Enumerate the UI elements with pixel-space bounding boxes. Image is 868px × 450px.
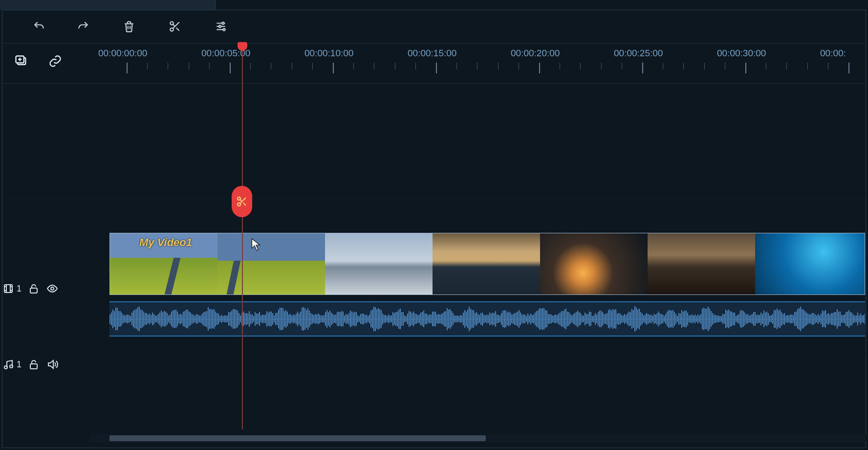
ruler-tick-minor <box>477 63 477 69</box>
clip-thumbnail <box>648 233 755 294</box>
delete-button[interactable] <box>121 20 137 35</box>
trash-icon <box>123 20 135 35</box>
audio-track-index: 1 <box>17 360 22 370</box>
ruler-tick-major <box>127 63 128 73</box>
ruler-tick-minor <box>786 63 787 69</box>
ruler-time-label: 00:00:10:00 <box>304 48 353 59</box>
ruler-tick-major <box>642 63 643 73</box>
ruler-tick-minor <box>580 63 581 69</box>
ruler-left-tools <box>2 43 90 83</box>
ruler-time-label: 00:00:00:00 <box>98 48 147 59</box>
ruler-tick-minor <box>189 63 189 69</box>
ruler-tick-minor <box>147 63 148 69</box>
ruler-tick-minor <box>312 63 313 69</box>
ruler-tick-major <box>230 63 231 73</box>
ruler-tick-minor <box>663 63 663 69</box>
ruler-tick-minor <box>807 63 808 69</box>
undo-button[interactable] <box>31 20 47 35</box>
lock-toggle[interactable] <box>27 358 40 371</box>
music-icon <box>2 358 15 371</box>
add-marker-icon <box>14 54 28 70</box>
ruler-time-label: 00:00:20:00 <box>511 48 560 59</box>
ruler-tick-minor <box>292 63 292 69</box>
lock-toggle[interactable] <box>27 282 40 295</box>
ruler-tick-minor <box>766 63 766 69</box>
undo-icon <box>33 20 45 35</box>
track-separator <box>4 193 867 193</box>
svg-point-2 <box>222 22 224 24</box>
svg-point-9 <box>51 287 54 290</box>
sliders-icon <box>215 20 227 35</box>
film-icon <box>2 282 15 295</box>
ruler-tick-major <box>333 63 334 73</box>
ruler-tick-major <box>436 63 437 73</box>
split-button[interactable] <box>167 20 183 35</box>
mute-toggle[interactable] <box>46 358 59 371</box>
ruler-time-label: 00:00: <box>820 48 846 59</box>
redo-icon <box>77 20 89 35</box>
add-marker-button[interactable] <box>13 54 29 70</box>
ruler-tick-minor <box>353 63 354 69</box>
timeline-toolbar <box>2 11 865 44</box>
audio-track-header: 1 <box>2 355 89 374</box>
svg-point-14 <box>238 203 240 206</box>
video-clip[interactable]: My Video1 <box>109 233 865 295</box>
ruler-tick-minor <box>250 63 251 69</box>
svg-point-0 <box>170 22 174 25</box>
inactive-tab-area <box>0 0 215 10</box>
audio-waveform[interactable] <box>109 301 865 337</box>
ruler-tick-minor <box>498 63 499 69</box>
clip-thumbnail <box>325 233 433 294</box>
clip-thumbnail <box>755 233 865 294</box>
ruler-time-label: 00:00:05:00 <box>201 48 250 59</box>
ruler-tick-minor <box>374 63 374 69</box>
track-separator <box>4 352 867 353</box>
video-track-lane[interactable]: My Video1 <box>90 233 865 352</box>
adjust-button[interactable] <box>213 20 229 35</box>
svg-rect-12 <box>30 364 37 369</box>
ruler-time-label: 00:00:30:00 <box>717 48 766 59</box>
svg-rect-7 <box>4 285 12 292</box>
scrollbar-thumb[interactable] <box>109 435 486 441</box>
ruler-tick-minor <box>725 63 725 69</box>
ruler-tick-minor <box>683 63 684 69</box>
ruler-tick-minor <box>395 63 395 69</box>
svg-point-3 <box>219 25 221 27</box>
ruler-tick-minor <box>828 63 828 69</box>
clip-label: My Video1 <box>139 236 192 249</box>
ruler-tick-minor <box>622 63 622 69</box>
link-button[interactable] <box>47 54 64 70</box>
svg-point-11 <box>10 365 13 368</box>
clip-thumbnail <box>433 233 540 294</box>
tracks-area: 1 1 My Video1 <box>2 83 865 429</box>
svg-rect-8 <box>30 288 37 293</box>
ruler-tick-minor <box>415 63 416 69</box>
ruler-tick-minor <box>271 63 271 69</box>
link-icon <box>48 54 62 70</box>
ruler-tick-minor <box>704 63 705 69</box>
ruler-tick-minor <box>601 63 602 69</box>
ruler-tick-minor <box>168 63 168 69</box>
ruler-tick-major <box>539 63 540 73</box>
redo-button[interactable] <box>75 20 91 35</box>
ruler-tick-minor <box>519 63 519 69</box>
split-at-playhead-button[interactable] <box>232 186 252 217</box>
svg-point-10 <box>4 366 7 369</box>
svg-point-1 <box>170 28 174 31</box>
svg-point-13 <box>238 197 240 200</box>
timeline-horizontal-scrollbar[interactable] <box>90 434 866 442</box>
ruler-tick-major <box>848 63 849 73</box>
time-ruler-row: 00:00:00:0000:00:05:0000:00:10:0000:00:1… <box>2 43 865 84</box>
video-track-header: 1 <box>2 279 89 298</box>
time-ruler[interactable]: 00:00:00:0000:00:05:0000:00:10:0000:00:1… <box>90 43 865 83</box>
video-track-index: 1 <box>17 284 22 294</box>
ruler-time-label: 00:00:15:00 <box>408 48 456 59</box>
ruler-tick-minor <box>209 63 210 69</box>
scissors-icon <box>169 20 181 35</box>
visibility-toggle[interactable] <box>46 282 59 295</box>
ruler-tick-minor <box>456 63 457 69</box>
clip-thumbnail <box>540 233 648 294</box>
clip-thumbnail <box>217 233 325 294</box>
svg-point-4 <box>223 28 225 30</box>
ruler-time-label: 00:00:25:00 <box>614 48 663 59</box>
